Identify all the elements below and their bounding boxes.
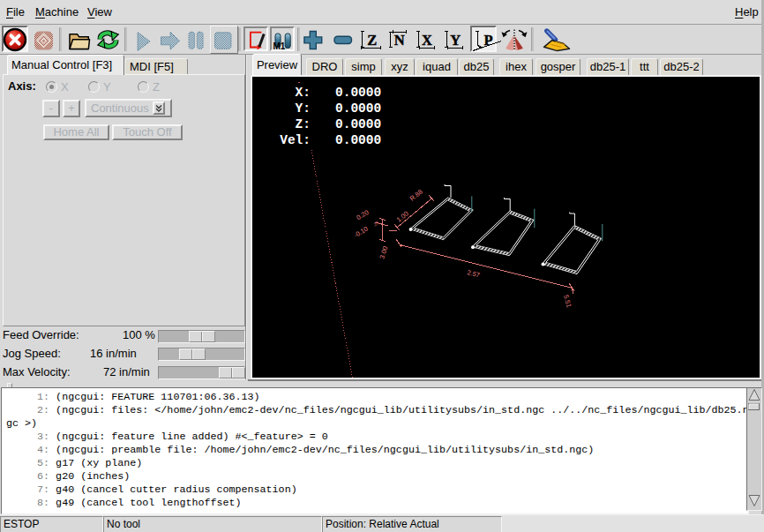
svg-text:5.51: 5.51 bbox=[562, 294, 573, 308]
svg-text:Y: Y bbox=[450, 32, 461, 49]
svg-text:0.20: 0.20 bbox=[355, 208, 370, 221]
svg-text:N: N bbox=[394, 32, 405, 49]
svg-text:3.00: 3.00 bbox=[378, 245, 389, 260]
svg-text:P: P bbox=[483, 32, 492, 49]
svg-text:M1: M1 bbox=[273, 41, 286, 51]
svg-text:1.00: 1.00 bbox=[395, 209, 410, 223]
svg-text:Z: Z bbox=[367, 32, 377, 49]
svg-text:.25: .25 bbox=[371, 220, 379, 228]
svg-text:R.88: R.88 bbox=[408, 188, 424, 203]
svg-text:-0.10: -0.10 bbox=[352, 225, 369, 240]
svg-text:2.57: 2.57 bbox=[467, 268, 481, 279]
svg-text:X: X bbox=[422, 32, 432, 49]
